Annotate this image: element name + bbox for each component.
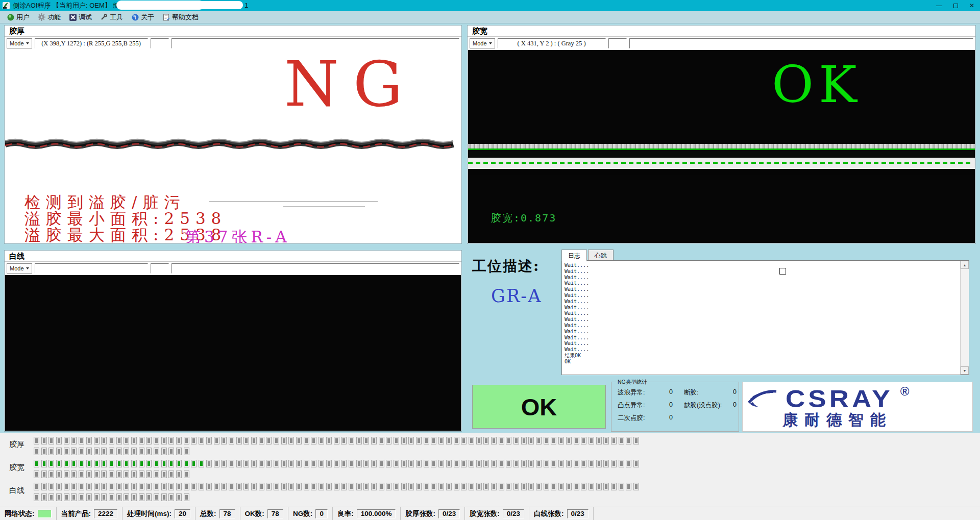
frame-slot-empty bbox=[41, 483, 47, 490]
faint-mark bbox=[283, 206, 365, 207]
close-button[interactable]: ✕ bbox=[964, 0, 980, 11]
frame-slot-filled bbox=[116, 460, 122, 467]
frame-slot-empty bbox=[71, 437, 77, 444]
frame-slot-empty bbox=[424, 460, 429, 467]
maximize-icon bbox=[953, 4, 958, 8]
frame-slot-filled bbox=[48, 460, 54, 467]
log-line: Wait.... bbox=[565, 275, 958, 281]
mode-dropdown[interactable]: Mode bbox=[7, 38, 32, 48]
frame-slot-empty bbox=[176, 471, 182, 478]
menu-item-user[interactable]: 用户 bbox=[4, 11, 35, 23]
frame-slot-empty bbox=[566, 437, 572, 444]
log-line: Wait.... bbox=[565, 292, 958, 299]
scroll-up-arrow-icon[interactable]: ▲ bbox=[961, 261, 969, 269]
frame-slot-empty bbox=[168, 471, 174, 478]
frame-slot-empty bbox=[191, 483, 197, 490]
result-ok-text: OK bbox=[772, 59, 862, 110]
frame-slot-filled bbox=[79, 460, 84, 467]
frame-slot-empty bbox=[416, 437, 422, 444]
stat-second-dispense: 二次点胶: bbox=[618, 414, 645, 423]
tab-log[interactable]: 日志 bbox=[561, 250, 587, 261]
frame-slot-empty bbox=[139, 493, 144, 501]
frame-slot-empty bbox=[454, 460, 459, 467]
indicator-label-glue-thickness: 胶厚 bbox=[9, 440, 24, 450]
log-checkbox[interactable] bbox=[779, 268, 786, 275]
frame-slot-empty bbox=[243, 483, 249, 490]
chevron-down-icon bbox=[489, 42, 492, 44]
inspection-image-glue-width[interactable]: OK 胶宽:0.873 bbox=[468, 50, 975, 243]
frame-slot-filled bbox=[146, 460, 152, 467]
frame-slot-empty bbox=[259, 483, 264, 490]
frame-slot-empty bbox=[438, 483, 444, 490]
status-box bbox=[151, 38, 169, 48]
frame-slot-empty bbox=[394, 437, 399, 444]
frame-slot-empty bbox=[536, 460, 542, 467]
maximize-button[interactable] bbox=[947, 0, 964, 11]
frame-slot-empty bbox=[476, 483, 482, 490]
menu-item-help-docs[interactable]: 帮助文档 bbox=[160, 11, 204, 23]
tab-heartbeat[interactable]: 心跳 bbox=[588, 250, 614, 261]
frame-slot-empty bbox=[304, 437, 309, 444]
group-title: NG类型统计 bbox=[616, 379, 649, 386]
frame-slot-empty bbox=[619, 437, 624, 444]
frame-slot-empty bbox=[551, 437, 556, 444]
frame-slot-empty bbox=[124, 448, 129, 455]
overall-result-button[interactable]: OK bbox=[472, 385, 606, 429]
frame-slot-empty bbox=[266, 483, 272, 490]
brand-chinese-name: 康耐德智能 bbox=[782, 410, 892, 431]
scroll-down-arrow-icon[interactable]: ▼ bbox=[961, 366, 969, 375]
minimize-button[interactable]: — bbox=[931, 0, 947, 11]
frame-slot-empty bbox=[86, 471, 92, 478]
frame-slot-empty bbox=[326, 483, 332, 490]
stat-missing-glue-value: 0 bbox=[733, 401, 737, 408]
frame-slot-empty bbox=[184, 493, 189, 501]
frame-slot-empty bbox=[116, 483, 122, 490]
frame-slot-empty bbox=[379, 437, 384, 444]
frame-slot-empty bbox=[536, 437, 542, 444]
frame-slot-empty bbox=[56, 437, 62, 444]
frame-slot-empty bbox=[251, 460, 257, 467]
frame-slot-empty bbox=[619, 460, 624, 467]
mode-toolbar: Mode ( X 431, Y 2 ) : ( Gray 25 ) bbox=[470, 37, 973, 49]
frame-slot-empty bbox=[41, 471, 47, 478]
frame-slot-empty bbox=[469, 483, 474, 490]
menu-item-debug[interactable]: 调试 bbox=[66, 11, 97, 23]
inspection-image-glue-thickness[interactable]: NG 检测到溢胶/脏污 溢胶最小面积:2538 溢胶最大面积:2538 第37张… bbox=[5, 50, 461, 243]
log-scrollbar[interactable]: ▲ ▼ bbox=[960, 261, 969, 375]
inspection-image-white-line[interactable] bbox=[5, 275, 461, 431]
log-output[interactable]: Wait....Wait....Wait....Wait....Wait....… bbox=[561, 260, 969, 375]
frame-slot-empty bbox=[176, 437, 182, 444]
menu-item-functions[interactable]: 功能 bbox=[35, 11, 66, 23]
frame-slot-empty bbox=[574, 460, 579, 467]
frame-slot-empty bbox=[513, 483, 519, 490]
frame-slot-empty bbox=[633, 437, 639, 444]
frame-slot-empty bbox=[633, 460, 639, 467]
frame-slot-empty bbox=[589, 460, 594, 467]
frame-slot-empty bbox=[326, 460, 332, 467]
frame-slot-filled bbox=[139, 460, 144, 467]
menu-item-about[interactable]: i 关于 bbox=[129, 11, 160, 23]
frame-slot-empty bbox=[94, 483, 100, 490]
frame-slot-empty bbox=[349, 437, 354, 444]
frame-slot-empty bbox=[454, 437, 459, 444]
frame-slot-filled bbox=[161, 460, 167, 467]
gear-icon bbox=[38, 13, 45, 21]
frame-slot-empty bbox=[71, 493, 77, 501]
frame-slot-filled bbox=[34, 460, 39, 467]
menu-item-tools[interactable]: 工具 bbox=[97, 11, 129, 23]
frame-slot-empty bbox=[476, 460, 482, 467]
frame-slot-empty bbox=[581, 437, 586, 444]
mode-dropdown[interactable]: Mode bbox=[7, 263, 32, 274]
mode-dropdown[interactable]: Mode bbox=[470, 38, 495, 48]
frame-slot-empty bbox=[64, 448, 69, 455]
frame-slot-empty bbox=[139, 437, 144, 444]
glue-width-measurement: 胶宽:0.873 bbox=[491, 211, 556, 225]
frame-slot-empty bbox=[363, 460, 369, 467]
frame-slot-empty bbox=[461, 437, 467, 444]
frame-slot-empty bbox=[266, 460, 272, 467]
title-bar[interactable]: 侧涂AOI程序 【当前用户: OEM】 编 1 — ✕ bbox=[0, 0, 980, 11]
frame-slot-empty bbox=[371, 460, 377, 467]
frame-slot-empty bbox=[558, 437, 564, 444]
frame-slot-empty bbox=[184, 437, 189, 444]
log-line: 结果OK bbox=[565, 353, 958, 359]
